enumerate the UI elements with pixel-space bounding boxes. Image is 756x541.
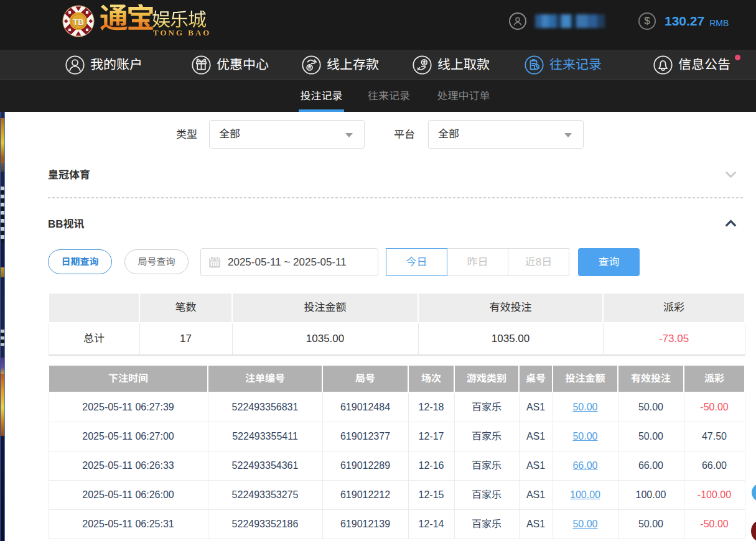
svg-text:TB: TB (73, 17, 83, 27)
